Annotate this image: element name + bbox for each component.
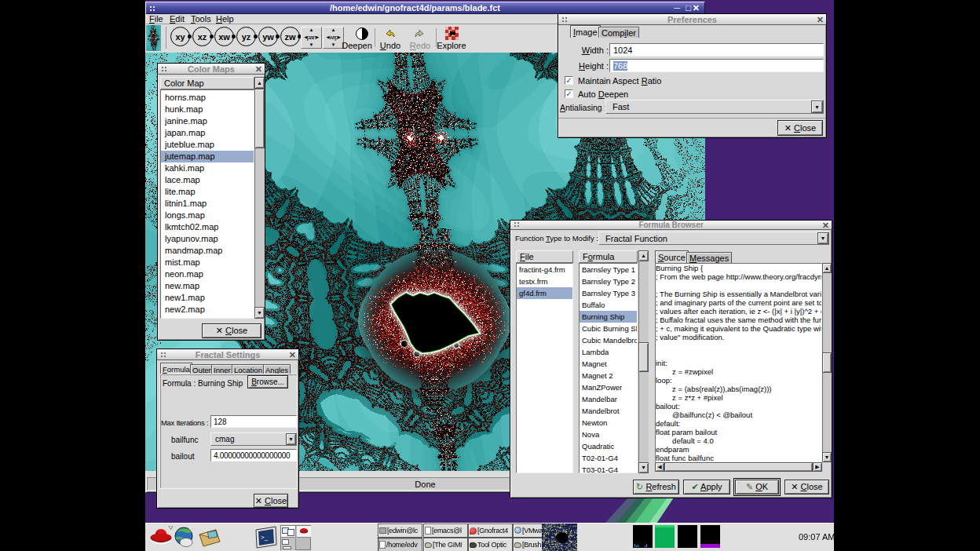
svg-text:>_: >_ <box>261 534 269 541</box>
